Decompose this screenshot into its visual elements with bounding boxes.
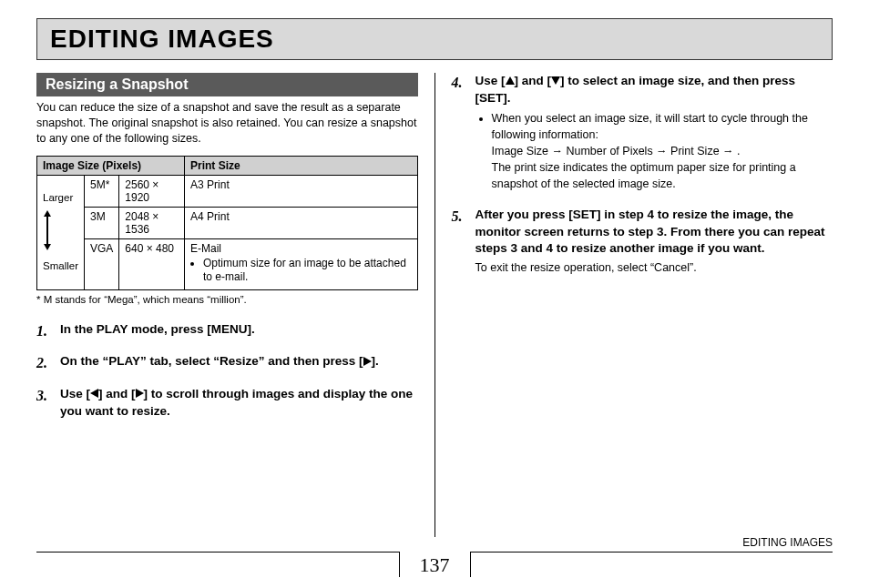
email-title: E-Mail bbox=[190, 242, 411, 255]
step-number: 5. bbox=[452, 207, 475, 276]
page-footer: EDITING IMAGES 137 bbox=[36, 552, 833, 577]
step-bullet: When you select an image size, it will s… bbox=[492, 110, 833, 193]
table-row: Larger Smaller 5M* 2560 × 1920 A3 Print bbox=[37, 175, 418, 207]
smaller-label: Smaller bbox=[43, 259, 78, 273]
triangle-right-icon bbox=[363, 354, 372, 370]
header-print-size: Print Size bbox=[185, 156, 417, 175]
table-row: 3M 2048 × 1536 A4 Print bbox=[37, 207, 418, 238]
table-header-row: Image Size (Pixels) Print Size bbox=[37, 156, 418, 175]
triangle-left-icon bbox=[90, 386, 98, 402]
image-size-table: Image Size (Pixels) Print Size Larger Sm… bbox=[36, 156, 418, 290]
step-body: In the PLAY mode, press [MENU]. bbox=[60, 321, 418, 341]
size-pixels: 2560 × 1920 bbox=[119, 175, 185, 207]
size-label: VGA bbox=[84, 238, 118, 289]
step-text: After you press [SET] in step 4 to resiz… bbox=[475, 208, 825, 254]
step-text: In the PLAY mode, press [MENU]. bbox=[60, 322, 255, 336]
size-label: 5M* bbox=[84, 175, 118, 207]
table-row: VGA 640 × 480 E-Mail Optimum size for an… bbox=[37, 238, 418, 289]
step-item: 5. After you press [SET] in step 4 to re… bbox=[452, 207, 833, 276]
step-text: Use [] and [] to select an image size, a… bbox=[475, 74, 796, 105]
step-text: On the “PLAY” tab, select “Resize” and t… bbox=[60, 354, 379, 368]
step-item: 4. Use [] and [] to select an image size… bbox=[452, 73, 833, 194]
triangle-right-icon bbox=[136, 386, 144, 402]
intro-paragraph: You can reduce the size of a snapshot an… bbox=[36, 100, 418, 147]
right-column: 4. Use [] and [] to select an image size… bbox=[435, 73, 833, 537]
step-item: 1. In the PLAY mode, press [MENU]. bbox=[36, 321, 418, 341]
step-subtext: To exit the resize operation, select “Ca… bbox=[475, 260, 833, 276]
steps-list-left: 1. In the PLAY mode, press [MENU]. 2. On… bbox=[36, 321, 418, 420]
size-print: A3 Print bbox=[185, 175, 417, 207]
steps-list-right: 4. Use [] and [] to select an image size… bbox=[452, 73, 833, 276]
step-number: 2. bbox=[36, 353, 60, 373]
left-column: Resizing a Snapshot You can reduce the s… bbox=[36, 73, 435, 537]
larger-label: Larger bbox=[43, 191, 78, 205]
step-body: After you press [SET] in step 4 to resiz… bbox=[475, 207, 833, 276]
step-number: 1. bbox=[36, 321, 60, 341]
size-print: A4 Print bbox=[185, 207, 417, 238]
page-title: EDITING IMAGES bbox=[50, 25, 819, 54]
email-note: Optimum size for an image to be attached… bbox=[203, 255, 411, 287]
page-title-bar: EDITING IMAGES bbox=[36, 18, 833, 60]
triangle-up-icon bbox=[506, 73, 515, 89]
page-number: 137 bbox=[399, 552, 471, 577]
table-footnote: * M stands for “Mega”, which means “mill… bbox=[36, 294, 418, 305]
step-text: Use [] and [] to scroll through images a… bbox=[60, 387, 413, 418]
size-print-email: E-Mail Optimum size for an image to be a… bbox=[185, 238, 417, 289]
larger-smaller-cell: Larger Smaller bbox=[37, 175, 85, 289]
step-number: 4. bbox=[452, 73, 475, 194]
step-body: Use [] and [] to scroll through images a… bbox=[60, 386, 418, 420]
size-pixels: 640 × 480 bbox=[119, 238, 185, 289]
step-bullets: When you select an image size, it will s… bbox=[492, 110, 833, 193]
content-columns: Resizing a Snapshot You can reduce the s… bbox=[36, 73, 833, 537]
up-down-arrow-icon bbox=[43, 210, 52, 250]
step-item: 2. On the “PLAY” tab, select “Resize” an… bbox=[36, 353, 418, 373]
size-label: 3M bbox=[84, 207, 118, 238]
triangle-down-icon bbox=[551, 73, 560, 89]
section-heading: Resizing a Snapshot bbox=[36, 73, 418, 96]
step-body: Use [] and [] to select an image size, a… bbox=[475, 73, 833, 194]
step-item: 3. Use [] and [] to scroll through image… bbox=[36, 386, 418, 420]
step-body: On the “PLAY” tab, select “Resize” and t… bbox=[60, 353, 418, 373]
header-image-size: Image Size (Pixels) bbox=[37, 156, 185, 175]
footer-section-label: EDITING IMAGES bbox=[742, 536, 833, 549]
step-number: 3. bbox=[36, 386, 60, 420]
size-pixels: 2048 × 1536 bbox=[119, 207, 185, 238]
